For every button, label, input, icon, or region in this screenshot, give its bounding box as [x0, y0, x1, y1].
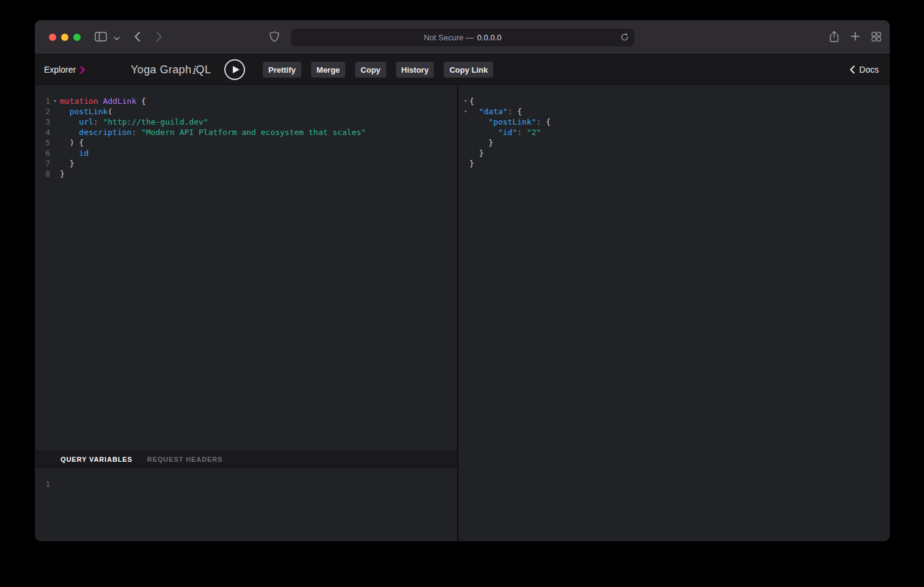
fold-gutter	[462, 148, 469, 158]
app-title-text: Yoga Graph	[131, 64, 191, 76]
share-icon	[829, 31, 839, 45]
chevron-right-icon	[156, 31, 163, 44]
close-window-button[interactable]	[49, 34, 56, 41]
back-button[interactable]	[130, 20, 144, 54]
code-line: 6 id	[35, 148, 457, 158]
sidebar-toggle-button[interactable]	[92, 20, 109, 54]
query-pane: 1▾mutation AddLink {2 postLink(3 url: "h…	[35, 85, 457, 541]
code-text: mutation AddLink {	[60, 96, 146, 106]
line-number: 6	[35, 148, 50, 158]
sidebar-icon	[95, 32, 107, 43]
zoom-window-button[interactable]	[73, 34, 81, 41]
request-headers-tab[interactable]: REQUEST HEADERS	[147, 456, 223, 463]
code-line: ▾{	[462, 96, 890, 106]
graphiql-toolbar: Explorer Yoga GraphiQL PrettifyMergeCopy…	[35, 54, 890, 85]
code-text: }	[469, 158, 474, 169]
url-security-label: Not Secure —	[424, 33, 475, 42]
code-line: 5 ) {	[35, 137, 457, 148]
tab-overview-button[interactable]	[871, 32, 881, 43]
code-text: ) {	[60, 137, 84, 148]
copy-button[interactable]: Copy	[355, 62, 386, 78]
chevron-left-icon	[134, 31, 141, 44]
query-variables-editor[interactable]: 1	[35, 468, 457, 541]
line-number: 1	[35, 479, 50, 489]
code-line: }	[462, 158, 890, 169]
fold-gutter	[462, 137, 469, 148]
history-button[interactable]: History	[396, 62, 435, 78]
minimize-window-button[interactable]	[61, 34, 68, 41]
address-bar[interactable]: Not Secure — 0.0.0.0	[291, 29, 634, 46]
app-title-i: i	[191, 64, 196, 76]
code-text: {	[469, 96, 474, 106]
fold-gutter	[50, 106, 60, 117]
prettify-button[interactable]: Prettify	[263, 62, 301, 78]
code-line: 2 postLink(	[35, 106, 457, 117]
url-host: 0.0.0.0	[477, 33, 502, 42]
query-variables-tab[interactable]: QUERY VARIABLES	[61, 456, 133, 463]
line-number: 2	[35, 106, 50, 117]
chevron-down-icon	[114, 33, 120, 42]
fold-gutter	[50, 158, 60, 169]
code-text: }	[60, 169, 65, 179]
fold-gutter	[50, 148, 60, 158]
sidebar-menu-button[interactable]	[112, 20, 122, 54]
line-number: 1	[35, 96, 50, 106]
code-line: }	[462, 137, 890, 148]
code-line: }	[462, 148, 890, 158]
merge-button[interactable]: Merge	[311, 62, 345, 78]
play-icon	[233, 66, 240, 73]
reload-button[interactable]	[619, 32, 630, 43]
response-viewer[interactable]: ▾{▾ "data": { "postLink": { "id": "2" } …	[458, 85, 890, 541]
privacy-shield-button[interactable]	[268, 20, 281, 54]
query-editor[interactable]: 1▾mutation AddLink {2 postLink(3 url: "h…	[35, 85, 457, 451]
docs-toggle[interactable]: Docs	[849, 54, 879, 85]
fold-arrow-icon[interactable]: ▾	[462, 106, 469, 117]
code-line: 1▾mutation AddLink {	[35, 96, 457, 106]
fold-gutter	[50, 169, 60, 179]
fold-gutter	[50, 117, 60, 127]
browser-toolbar: Not Secure — 0.0.0.0	[35, 20, 890, 54]
app-title-text: QL	[196, 64, 211, 76]
fold-arrow-icon[interactable]: ▾	[50, 96, 60, 106]
workspace: 1▾mutation AddLink {2 postLink(3 url: "h…	[35, 85, 890, 541]
code-text: description: "Modern API Platform and ec…	[60, 127, 366, 137]
code-text: }	[469, 137, 493, 148]
line-number: 5	[35, 137, 50, 148]
code-line: "postLink": {	[462, 117, 890, 127]
code-line: 3 url: "http://the-guild.dev"	[35, 117, 457, 127]
code-text: "postLink": {	[469, 117, 551, 127]
code-line: 1	[35, 479, 457, 489]
code-line: "id": "2"	[462, 127, 890, 137]
fold-gutter	[462, 158, 469, 169]
docs-label: Docs	[859, 65, 879, 75]
code-text: }	[60, 158, 74, 169]
code-text: url: "http://the-guild.dev"	[60, 117, 208, 127]
window-controls	[49, 34, 81, 41]
secondary-editor-tabs: QUERY VARIABLESREQUEST HEADERS	[35, 451, 457, 468]
fold-gutter	[50, 137, 60, 148]
app-title: Yoga GraphiQL	[131, 54, 211, 85]
chevron-right-icon	[80, 66, 85, 74]
shield-icon	[270, 31, 279, 44]
execute-query-button[interactable]	[224, 59, 245, 80]
grid-icon	[871, 32, 881, 43]
fold-gutter	[462, 127, 469, 137]
new-tab-button[interactable]	[851, 32, 860, 43]
line-number: 7	[35, 158, 50, 169]
code-text: postLink(	[60, 106, 112, 117]
code-line: ▾ "data": {	[462, 106, 890, 117]
fold-arrow-icon[interactable]: ▾	[462, 96, 469, 106]
reload-icon	[620, 32, 629, 44]
forward-button[interactable]	[152, 20, 166, 54]
line-number: 4	[35, 127, 50, 137]
copy-link-button[interactable]: Copy Link	[444, 62, 493, 78]
url-text: Not Secure — 0.0.0.0	[424, 33, 501, 42]
share-button[interactable]	[829, 31, 839, 45]
code-line: 4 description: "Modern API Platform and …	[35, 127, 457, 137]
line-number: 3	[35, 117, 50, 127]
chevron-left-icon	[849, 65, 855, 74]
fold-gutter	[50, 127, 60, 137]
explorer-label: Explorer	[44, 65, 76, 75]
explorer-toggle[interactable]: Explorer	[44, 54, 85, 85]
browser-window: Not Secure — 0.0.0.0 Explorer Yoga Graph	[35, 20, 890, 541]
